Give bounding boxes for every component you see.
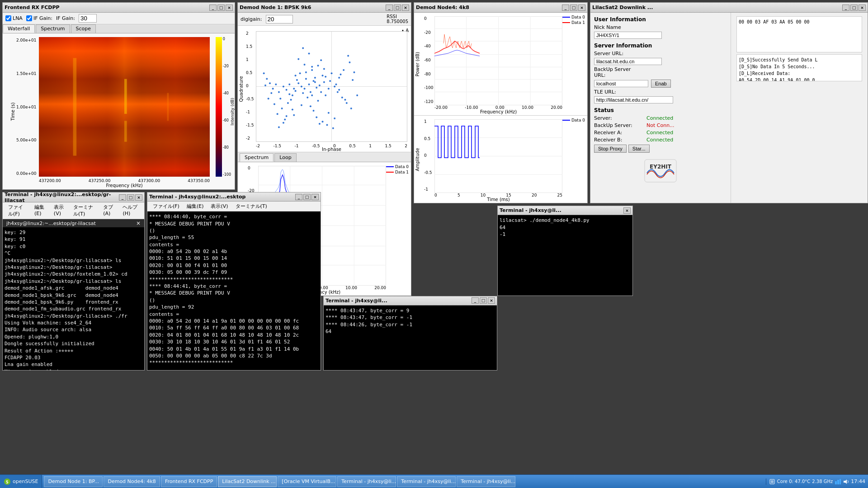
terminal-tab-close[interactable]: × [136,220,141,226]
terminal-right-close[interactable]: × [488,297,495,304]
demod-node1-maximize[interactable]: □ [394,5,401,11]
menu-terminal[interactable]: ターミナル(T) [70,203,99,218]
stop-proxy-button[interactable]: Stop Proxy [594,145,627,153]
taskbar-term2[interactable]: Terminal - jh4xsy@li... [397,476,456,487]
backup-server-input[interactable] [594,80,648,87]
demod-node1-minimize[interactable]: _ [386,5,393,11]
frontend-rx-maximize[interactable]: □ [217,5,225,11]
frontend-rx-minimize[interactable]: _ [209,5,217,11]
taskbar-term3[interactable]: Terminal - jh4xsy@li... [457,476,515,487]
log-row-2: [D_S]No Data In 5 Seconds... [739,63,860,70]
lilacsat2-minimize[interactable]: _ [842,5,849,11]
terminal-middle-close[interactable]: × [311,194,319,200]
terminal-main-maximize[interactable]: □ [127,194,134,201]
svg-point-88 [325,76,326,78]
demod-node4-minimize[interactable]: _ [562,5,569,11]
terminal-main-minimize[interactable]: _ [119,194,126,201]
colorbar-title: Intensity (dB) [230,98,235,125]
terminal-middle-maximize[interactable]: □ [303,194,311,200]
tab-spectrum[interactable]: Spectrum [240,153,274,162]
lilacsat2-close[interactable]: × [859,5,866,11]
taskbar-start[interactable]: S openSUSE [0,475,42,488]
menu-edit2[interactable]: 編集(E) [183,202,208,211]
backup-server-row: BackUp Server URL: [594,66,727,78]
nick-name-input[interactable] [594,32,662,39]
lilacsat2-maximize[interactable]: □ [850,5,858,11]
tab-spectrum[interactable]: Spectrum [36,24,70,33]
tab-waterfall[interactable]: Waterfall [3,24,35,33]
lna-checkbox-label[interactable]: LNA [5,15,23,21]
taskbar-lilacsat[interactable]: LilacSat2 Downlink ... [218,476,277,487]
waterfall-y-label: Time (s) [10,102,15,121]
lilacsat2-titlebar: LilacSat2 Downlink ... _ □ × [590,3,868,13]
rssi-label: RSSI [387,14,408,19]
svg-point-22 [307,97,308,99]
server-info-title: Server Information [594,42,727,49]
svg-point-42 [287,102,289,104]
taskbar-frontend[interactable]: Frontend RX FCDPP [161,476,217,487]
lilacsat-cmd-window: Terminal - jh4xsy@li... × lilacsat> ./de… [497,206,633,296]
if-gain-input[interactable] [79,14,97,23]
svg-point-81 [334,117,335,119]
menu-file[interactable]: ファイル(F) [5,203,31,218]
server-url-input[interactable] [594,58,662,65]
terminal-right-minimize[interactable]: _ [472,297,479,304]
menu-terminal2[interactable]: ターミナル(T) [232,202,271,211]
taskbar-demod1[interactable]: Demod Node 1: BP... [44,476,103,487]
svg-point-47 [316,117,317,118]
svg-point-86 [311,66,313,68]
menu-file2[interactable]: ファイル(F) [149,202,183,211]
svg-point-85 [347,55,349,56]
taskbar-demod4[interactable]: Demod Node4: 4k8 [104,476,160,487]
tle-url-input[interactable] [594,96,673,103]
terminal-main-close[interactable]: × [135,194,142,201]
demod-node4-maximize[interactable]: □ [570,5,577,11]
menu-tab[interactable]: タブ(A) [99,203,119,218]
svg-point-34 [283,86,284,88]
svg-point-71 [279,98,281,99]
svg-point-89 [293,114,295,116]
receiver-b-label: Receiver B: [594,137,644,143]
svg-point-27 [288,84,290,85]
demod-node4-close[interactable]: × [578,5,585,11]
waterfall-x-label: Frequency (kHz) [39,183,210,188]
server-url-label: Server URL: [594,51,644,56]
menu-view[interactable]: 表示(V) [50,203,70,218]
demod-node4-titlebar: Demod Node4: 4k8 _ □ × [414,3,587,13]
tle-url-label: TLE URL: [594,89,644,95]
enable-btn[interactable]: Enab [651,80,671,88]
menu-edit[interactable]: 編集(E) [31,203,50,218]
lilacsat2-window: LilacSat2 Downlink ... _ □ × User Inform… [590,2,868,203]
lilacsat2-settings-panel: User Information Nick Name Server Inform… [590,13,731,203]
nick-name-row: Nick Name [594,24,727,30]
menu-view2[interactable]: 表示(V) [207,202,231,211]
tab-scope[interactable]: Scope [71,24,96,33]
terminal-right-titlebar: Terminal - jh4xsy@li... _ □ × [324,296,497,305]
taskbar-term1[interactable]: Terminal - jh4xsy@li... [337,476,396,487]
server-url-row: Server URL: [594,51,727,56]
demod-node4-title: Demod Node4: 4k8 [416,5,469,10]
lilacsat-cmd-close[interactable]: × [623,207,631,214]
receiver-a-row: Receiver A: Connected [594,130,727,136]
frontend-rx-close[interactable]: × [226,5,233,11]
mixergain-checkbox[interactable] [26,15,32,21]
mixergain-checkbox-label[interactable]: IF Gain: [26,15,52,21]
dn4-legend1: Data 0 Data 1 [561,15,585,25]
dn4-power-svg-container [434,16,562,105]
tle-url-row: TLE URL: [594,89,727,95]
svg-point-64 [302,47,304,49]
server-status-value: Connected [646,115,673,121]
terminal-middle-minimize[interactable]: _ [295,194,302,200]
svg-point-41 [313,110,315,112]
dn4-power-spectrum: Data 0 Data 1 Power (dB) 0-20-40-60-80-1… [414,13,587,116]
server-status-label: Server: [594,115,644,121]
demod-node1-close[interactable]: × [402,5,409,11]
tab-loop[interactable]: Loop [274,153,296,162]
terminal-right-maximize[interactable]: □ [480,297,487,304]
digigain-input[interactable] [266,15,293,23]
waterfall-plot [39,37,210,177]
start-button[interactable]: Star... [628,145,650,153]
taskbar-oracle[interactable]: [Oracle VM VirtualB... [278,476,336,487]
lna-checkbox[interactable] [5,15,11,21]
menu-help[interactable]: ヘルプ(H) [119,203,142,218]
